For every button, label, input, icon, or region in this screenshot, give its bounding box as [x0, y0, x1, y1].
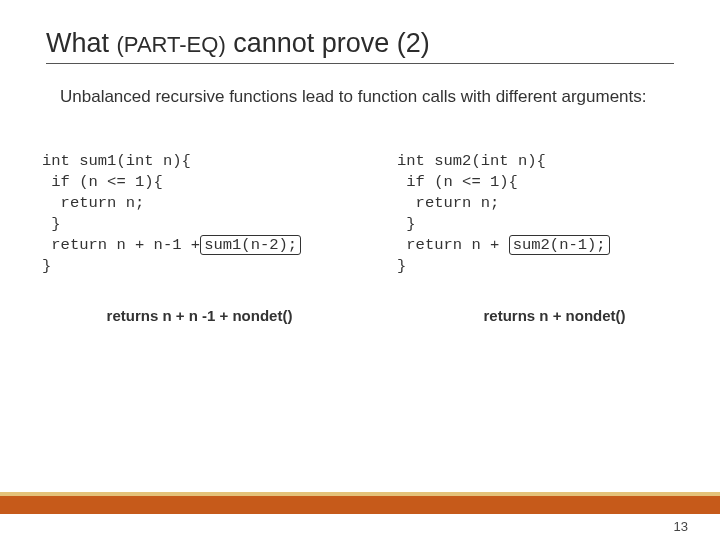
title-part-a: What [46, 28, 117, 58]
code-right: int sum2(int n){ if (n <= 1){ return n; … [397, 151, 712, 277]
caption-right: returns n + nondet() [397, 307, 712, 324]
code-right-boxed-call: sum2(n-1); [509, 235, 610, 255]
code-left-l5a: return n + n-1 + [42, 236, 200, 254]
code-left: int sum1(int n){ if (n <= 1){ return n; … [42, 151, 357, 277]
code-left-l1: int sum1(int n){ [42, 152, 191, 170]
slide-title: What (PART-EQ) cannot prove (2) [46, 28, 674, 64]
code-right-l6: } [397, 257, 406, 275]
code-left-l2: if (n <= 1){ [42, 173, 163, 191]
title-part-c: cannot prove (2) [226, 28, 430, 58]
subtitle-text: Unbalanced recursive functions lead to f… [60, 86, 660, 107]
code-right-l1: int sum2(int n){ [397, 152, 546, 170]
code-left-l3: return n; [42, 194, 144, 212]
code-right-l5a: return n + [397, 236, 509, 254]
caption-left: returns n + n -1 + nondet() [42, 307, 357, 324]
slide: What (PART-EQ) cannot prove (2) Unbalanc… [0, 0, 720, 540]
caption-row: returns n + n -1 + nondet() returns n + … [42, 307, 712, 324]
code-left-l6: } [42, 257, 51, 275]
code-left-boxed-call: sum1(n-2); [200, 235, 301, 255]
code-left-l4: } [42, 215, 61, 233]
code-right-l4: } [397, 215, 416, 233]
footer-bar [0, 492, 720, 514]
title-part-b: (PART-EQ) [117, 32, 226, 57]
code-columns: int sum1(int n){ if (n <= 1){ return n; … [42, 151, 712, 277]
code-right-l2: if (n <= 1){ [397, 173, 518, 191]
page-number: 13 [674, 519, 688, 534]
code-right-l3: return n; [397, 194, 499, 212]
